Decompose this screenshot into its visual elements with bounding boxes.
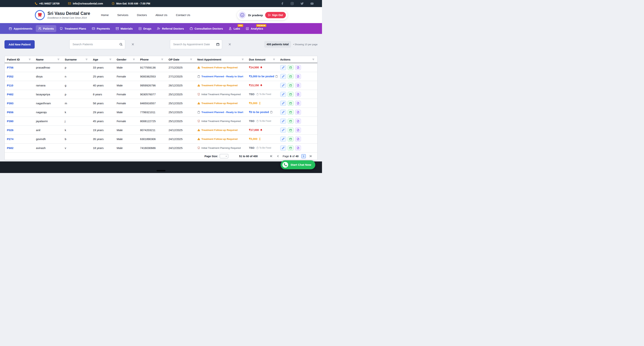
edit-patient-button[interactable] (280, 65, 286, 70)
edit-patient-button[interactable] (280, 101, 286, 106)
table-row: P656nagarajuk29 yearsMale779932101125/12… (5, 108, 317, 117)
filter-icon[interactable] (109, 58, 112, 61)
patient-id-link[interactable]: P756 (7, 66, 14, 69)
appointment-button[interactable] (288, 92, 294, 97)
patient-id-link[interactable]: P656 (7, 111, 14, 114)
first-page-button[interactable] (269, 154, 273, 158)
invoice-button[interactable] (295, 110, 301, 115)
edit-patient-button[interactable] (280, 92, 286, 97)
edit-patient-button[interactable] (280, 83, 286, 88)
nav-item-consultation-doctors[interactable]: Consultation Doctors (187, 25, 226, 32)
patient-id-link[interactable]: P026 (7, 128, 14, 132)
youtube-icon[interactable] (310, 2, 314, 5)
phone-contact[interactable]: +91 94927 18709 (35, 2, 60, 5)
nav-item-appointments[interactable]: Appointments (6, 25, 35, 32)
appointment-status: Treatment Planned - Ready to Start (197, 75, 245, 78)
filter-icon[interactable] (28, 58, 31, 61)
tooth-icon (197, 93, 200, 96)
filter-icon[interactable] (132, 58, 135, 61)
appointment-date-input[interactable] (170, 39, 222, 49)
nav-item-patients[interactable]: Patients (36, 25, 56, 32)
clear-search-button[interactable] (130, 42, 135, 47)
nav-link-about-us[interactable]: About Us (156, 13, 167, 17)
phone-number: +91 94927 18709 (39, 2, 60, 5)
nav-item-referral-doctors[interactable]: Referral Doctors (155, 25, 186, 32)
nav-item-analytics[interactable]: AnalyticsPREMIUM (243, 25, 266, 32)
nav-item-drugs[interactable]: Drugs (136, 25, 154, 32)
invoice-button[interactable] (295, 83, 301, 88)
to-be-fixed-icon (256, 120, 259, 122)
col-name: Name (34, 56, 62, 63)
sign-out-button[interactable]: Sign Out (265, 12, 286, 18)
filter-icon[interactable] (312, 58, 315, 61)
edit-patient-button[interactable] (280, 145, 286, 150)
cell-age: 58 years (90, 99, 114, 108)
appointment-button[interactable] (288, 83, 294, 88)
search-patients-input[interactable] (69, 39, 125, 49)
cell-op-date: 25/12/2025 (166, 90, 195, 99)
nav-item-treatment-plans[interactable]: Treatment Plans (57, 25, 88, 32)
page-size-select[interactable] (220, 154, 228, 158)
invoice-button[interactable] (295, 136, 301, 142)
nav-link-home[interactable]: Home (101, 13, 109, 17)
appointment-button[interactable] (288, 101, 294, 106)
patient-id-link[interactable]: P682 (7, 146, 14, 150)
cell-age: 33 years (90, 63, 114, 72)
table-row: P682avinashv18 yearsMale741603068624/12/… (5, 143, 317, 152)
filter-icon[interactable] (85, 58, 88, 61)
prev-page-button[interactable] (276, 154, 280, 158)
email-contact[interactable]: info@srivasudental.com (68, 2, 103, 5)
appointment-button[interactable] (288, 119, 294, 124)
user-pill: Dr pradeep Sign Out (237, 10, 288, 20)
invoice-button[interactable] (295, 65, 301, 70)
filter-icon[interactable] (190, 58, 192, 61)
chat-button[interactable]: Start Chat Now (281, 160, 315, 169)
edit-patient-button[interactable] (280, 74, 286, 79)
clock-icon (112, 2, 114, 5)
appointment-button[interactable] (288, 110, 294, 115)
invoice-button[interactable] (295, 92, 301, 97)
invoice-button[interactable] (295, 128, 301, 133)
patients-table: Patient IDNameSurnameAgeGenderPhoneOP Da… (4, 56, 318, 160)
invoice-button[interactable] (295, 101, 301, 106)
filter-icon[interactable] (272, 58, 276, 61)
appointment-button[interactable] (288, 136, 294, 142)
edit-patient-button[interactable] (280, 110, 286, 115)
col-actions: Actions (278, 56, 317, 63)
filter-icon[interactable] (161, 58, 164, 61)
nav-link-contact-us[interactable]: Contact Us (176, 13, 190, 17)
patient-id-link[interactable]: P482 (7, 93, 14, 96)
invoice-button[interactable] (295, 74, 301, 79)
appointment-button[interactable] (288, 65, 294, 70)
filter-icon[interactable] (57, 58, 60, 61)
appointment-button[interactable] (288, 74, 294, 79)
patient-id-link[interactable]: P274 (7, 137, 14, 141)
patient-id-link[interactable]: P390 (7, 120, 14, 123)
appointment-button[interactable] (288, 145, 294, 150)
invoice-button[interactable] (295, 119, 301, 124)
facebook-icon[interactable] (281, 2, 284, 5)
next-page-button[interactable] (301, 154, 306, 158)
patient-id-link[interactable]: P352 (7, 75, 14, 78)
cell-surname: p (62, 63, 90, 72)
nav-item-materials[interactable]: Materials (113, 25, 135, 32)
nav-link-doctors[interactable]: Doctors (137, 13, 147, 17)
nav-item-labs[interactable]: LabsPRO (226, 25, 242, 32)
edit-patient-button[interactable] (280, 119, 286, 124)
patient-id-link[interactable]: P393 (7, 102, 14, 105)
patient-id-link[interactable]: P110 (7, 84, 13, 87)
filter-icon[interactable] (241, 58, 244, 61)
twitter-icon[interactable] (300, 2, 304, 5)
instagram-icon[interactable] (290, 2, 294, 5)
clear-date-button[interactable] (227, 42, 232, 47)
edit-patient-button[interactable] (280, 136, 286, 142)
appointment-button[interactable] (288, 128, 294, 133)
card-icon (92, 27, 95, 30)
invoice-button[interactable] (295, 145, 301, 150)
nav-link-services[interactable]: Services (117, 13, 128, 17)
add-new-patient-button[interactable]: Add New Patient (4, 40, 35, 49)
last-page-button[interactable] (308, 154, 312, 158)
edit-patient-button[interactable] (280, 128, 286, 133)
nav-item-payments[interactable]: Payments (90, 25, 112, 32)
cell-op-date: 27/12/2025 (166, 72, 195, 81)
